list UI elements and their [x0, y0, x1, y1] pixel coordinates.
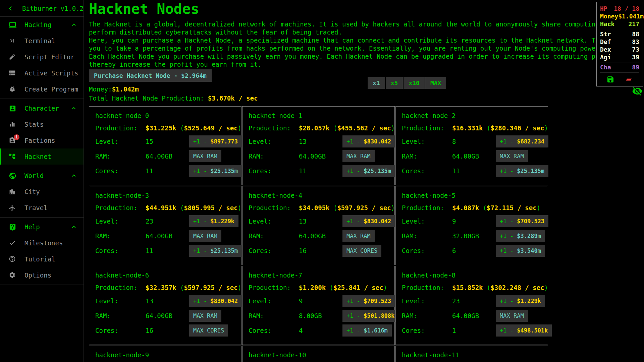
- stat-label: Def: [600, 38, 611, 46]
- upgrade-level-button[interactable]: +1 - $897.773: [189, 135, 242, 147]
- overview-visibility-toggle[interactable]: [632, 86, 643, 97]
- description-paragraph: Each Hacknet Node you purchase will pass…: [89, 52, 642, 68]
- multiplier-x1-button[interactable]: x1: [368, 77, 385, 89]
- sidebar-section-hacking[interactable]: Hacking: [0, 17, 84, 33]
- upgrade-ram-button[interactable]: +1 - $501.808k: [342, 310, 398, 322]
- kill-scripts-button[interactable]: [625, 75, 633, 83]
- sidebar-item-travel[interactable]: Travel: [0, 200, 84, 216]
- ram-value: 8.00GB: [299, 308, 342, 323]
- sidebar-item-label: Milestones: [24, 239, 63, 247]
- max-cores-button[interactable]: MAX CORES: [189, 324, 228, 337]
- sidebar-item-milestones[interactable]: Milestones: [0, 235, 84, 251]
- upgrade-cores-button[interactable]: +1 - $25.135m: [189, 245, 242, 257]
- level-value: 15: [146, 134, 189, 149]
- sidebar-item-label: Factions: [24, 137, 55, 144]
- ram-label: RAM:: [249, 308, 299, 323]
- upgrade-level-button[interactable]: +1 - $1.229k: [189, 215, 238, 227]
- ram-label: RAM:: [95, 149, 146, 164]
- max-ram-button[interactable]: MAX RAM: [496, 310, 528, 322]
- max-ram-button[interactable]: MAX RAM: [189, 310, 221, 322]
- node-name: hacknet-node-4: [249, 192, 388, 199]
- eye-off-icon: [632, 86, 643, 97]
- overview-divider: [600, 62, 639, 62]
- upgrade-cores-button[interactable]: +1 - $25.135m: [189, 165, 242, 177]
- sidebar-item-terminal[interactable]: Terminal: [0, 33, 84, 49]
- page-title: Hacknet Nodes: [89, 1, 644, 17]
- cores-value: 16: [299, 243, 342, 258]
- multiplier-max-button[interactable]: MAX: [425, 77, 446, 89]
- max-ram-button[interactable]: MAX RAM: [189, 230, 221, 242]
- upgrade-level-button[interactable]: +1 - $830.042: [342, 215, 395, 227]
- max-cores-button[interactable]: MAX CORES: [342, 245, 381, 257]
- collapse-sidebar-button[interactable]: [6, 4, 15, 13]
- upgrade-level-button[interactable]: +1 - $709.523: [342, 295, 395, 307]
- sidebar-section-help[interactable]: Help: [0, 219, 84, 235]
- hacknet-node-card: hacknet-node-8Production:$15.852k ($302.…: [395, 266, 548, 345]
- max-ram-button[interactable]: MAX RAM: [496, 150, 528, 162]
- player-money-row: Money:$1.042m: [89, 85, 644, 93]
- level-label: Level:: [249, 214, 299, 229]
- bar-chart-icon: [9, 121, 16, 128]
- sidebar-item-create-program[interactable]: Create Program: [0, 81, 84, 97]
- upgrade-cores-button[interactable]: +1 - $25.135m: [342, 165, 395, 177]
- save-icon: [606, 75, 614, 83]
- cores-value: 6: [452, 243, 496, 258]
- stat-label: Hack: [600, 20, 614, 28]
- upgrade-level-button[interactable]: +1 - $682.234: [496, 135, 548, 147]
- hacknet-node-card: hacknet-node-3Production:$44.951k ($805.…: [89, 186, 241, 265]
- hacknet-node-card: hacknet-node-7Production:$1.200k ($25.84…: [242, 266, 395, 345]
- sidebar-item-active-scripts[interactable]: Active Scripts: [0, 65, 84, 81]
- sidebar-item-script-editor[interactable]: Script Editor: [0, 49, 84, 65]
- hacknet-node-card: hacknet-node-10Production:$99.899 ($1.50…: [242, 346, 395, 362]
- cores-value: 11: [146, 243, 189, 258]
- production-value: $16.331k ($280.346 / sec): [452, 122, 548, 134]
- max-ram-button[interactable]: MAX RAM: [342, 230, 375, 242]
- sidebar-divider: [0, 285, 84, 285]
- upgrade-ram-button[interactable]: +1 - $3.289m: [496, 230, 545, 242]
- cores-label: Cores:: [95, 323, 146, 338]
- upgrade-cores-button[interactable]: +1 - $1.616m: [342, 324, 392, 337]
- sidebar-item-options[interactable]: Options: [0, 267, 84, 283]
- sidebar-item-tutorial[interactable]: Tutorial: [0, 251, 84, 267]
- max-ram-button[interactable]: MAX RAM: [189, 150, 221, 162]
- upgrade-cores-button[interactable]: +1 - $25.135m: [496, 165, 548, 177]
- ram-value: 64.00GB: [146, 308, 189, 323]
- overview-stat-cha: Cha89: [600, 63, 639, 71]
- sidebar-section-world[interactable]: World: [0, 168, 84, 184]
- section-label: World: [24, 172, 44, 179]
- production-label: Production:: [95, 202, 146, 214]
- multiplier-x5-button[interactable]: x5: [386, 77, 403, 89]
- ram-value: 64.00GB: [146, 149, 189, 164]
- cores-label: Cores:: [249, 164, 299, 178]
- sidebar-divider: [0, 166, 84, 166]
- sidebar-header: Bitburner v1.0.2: [0, 0, 84, 17]
- description-paragraph: Here, you can purchase a Hacknet Node, a…: [89, 36, 642, 52]
- upgrade-level-button[interactable]: +1 - $709.523: [496, 215, 548, 227]
- level-label: Level:: [402, 134, 452, 149]
- sidebar-item-city[interactable]: City: [0, 184, 84, 200]
- multiplier-x10-button[interactable]: x10: [404, 77, 425, 89]
- sidebar-section-character[interactable]: Character: [0, 100, 84, 116]
- sidebar-item-factions[interactable]: 1Factions: [0, 132, 84, 148]
- sidebar-item-hacknet[interactable]: Hacknet: [0, 148, 84, 165]
- max-ram-button[interactable]: MAX RAM: [342, 150, 375, 162]
- upgrade-cores-button[interactable]: +1 - $498.501k: [496, 324, 552, 337]
- purchase-hacknet-node-button[interactable]: Purchase Hacknet Node - $2.964m: [89, 69, 212, 82]
- save-button[interactable]: [606, 75, 614, 83]
- upgrade-cores-button[interactable]: +1 - $3.540m: [496, 245, 545, 257]
- production-value: $4.087k ($72.115 / sec): [452, 202, 548, 214]
- chevron-up-icon: [70, 105, 77, 112]
- stat-label: Money: [600, 12, 618, 20]
- sidebar-item-label: Tutorial: [24, 255, 55, 263]
- production-value: $1.200k ($25.841 / sec): [299, 282, 398, 294]
- person-icon: [9, 105, 16, 112]
- level-value: 13: [299, 134, 342, 149]
- level-label: Level:: [402, 214, 452, 229]
- sidebar-item-stats[interactable]: Stats: [0, 116, 84, 132]
- upgrade-level-button[interactable]: +1 - $1.229k: [496, 295, 545, 307]
- upgrade-level-button[interactable]: +1 - $830.042: [342, 135, 395, 147]
- total-production-label: Total Hacknet Node Production:: [89, 95, 204, 102]
- ram-value: 64.00GB: [299, 149, 342, 164]
- production-label: Production:: [402, 202, 452, 214]
- upgrade-level-button[interactable]: +1 - $830.042: [189, 295, 242, 307]
